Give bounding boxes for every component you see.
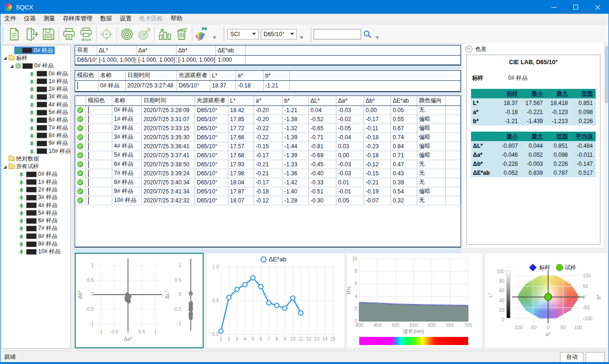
column-header[interactable]: ΔL* — [308, 96, 336, 105]
target-arrow-button[interactable] — [136, 26, 153, 43]
column-header[interactable]: Δb* — [176, 46, 216, 55]
sample-row[interactable]: 4# 样品2020/7/25 3:36:41D65/10°17.57-0.15-… — [75, 142, 461, 151]
menu-item-测量[interactable]: 测量 — [39, 14, 59, 24]
tree-item[interactable]: 0# 样品 — [2, 62, 70, 70]
tree-expander-icon[interactable] — [10, 64, 14, 68]
export-button[interactable] — [23, 26, 40, 43]
tree-item[interactable]: 4# 样品 — [2, 101, 70, 108]
tree-item[interactable]: 4# 样品 — [2, 201, 70, 209]
extra-status-button[interactable] — [586, 352, 605, 363]
tree-item[interactable]: 3# 样品 — [2, 194, 70, 201]
sample-row[interactable]: 0# 样品2020/7/25 3:28:09D65/10°18.42-0.20-… — [75, 105, 461, 115]
calibrate-button[interactable] — [118, 26, 136, 43]
sample-row[interactable]: 10# 样品2020/7/25 3:42:32D65/10°18.07-0.12… — [75, 196, 461, 205]
sample-row[interactable]: 6# 样品2020/7/25 3:38:50D65/10°17.93-0.21-… — [75, 160, 461, 169]
column-header[interactable]: 光源观察者 — [195, 96, 228, 105]
column-header[interactable]: 日期时间 — [141, 96, 195, 105]
column-header[interactable]: 日期时间 — [125, 71, 177, 80]
tree-item[interactable]: 10# 样品 — [2, 147, 70, 155]
column-header[interactable] — [75, 96, 86, 105]
column-header[interactable]: 模拟色 — [75, 71, 98, 80]
new-document-button[interactable] — [6, 26, 23, 43]
toolbar-overflow[interactable] — [300, 36, 303, 39]
panel-scrollbar[interactable] — [604, 43, 609, 248]
column-header[interactable]: Δa* — [336, 96, 363, 105]
toolbar-overflow[interactable] — [375, 36, 379, 39]
sample-row[interactable]: 2# 样品2020/7/25 3:33:15D65/10°17.72-0.22-… — [75, 124, 461, 133]
sample-row[interactable]: 1# 样品2020/7/25 3:31:07D65/10°17.85-0.20-… — [75, 115, 461, 124]
tree-item[interactable]: 所有试样 — [2, 163, 70, 170]
tree-item[interactable]: 9# 样品 — [2, 240, 70, 248]
search-button[interactable] — [361, 28, 373, 40]
search-input[interactable] — [314, 29, 361, 39]
column-header[interactable] — [289, 71, 461, 80]
reflectance-chart-panel[interactable]: 0246810400450500550600650700R%波长(nm) — [346, 253, 483, 348]
column-header[interactable]: 名称 — [112, 96, 141, 105]
scrollbar-thumb[interactable] — [605, 46, 608, 103]
column-header[interactable]: ΔE*ab — [391, 96, 417, 105]
tree-item[interactable]: 10# 样品 — [2, 248, 70, 256]
column-header[interactable]: 光源观察者 — [177, 71, 210, 80]
column-header[interactable]: b* — [282, 96, 308, 105]
print-word-button[interactable]: Word — [78, 26, 95, 43]
lab-colorwheel-panel[interactable]: 标样试样100806040200L*-100-50050100a*100500-… — [484, 253, 609, 348]
tree-item[interactable]: 2# 样品 — [2, 186, 70, 193]
tolerance-row[interactable]: D65/10°[-1.000, 1.000][-1.000, 1.000][-1… — [75, 55, 461, 64]
close-button[interactable] — [587, 0, 609, 14]
menu-item-存样库管理[interactable]: 存样库管理 — [59, 14, 97, 24]
toolbar-grip[interactable] — [2, 27, 4, 42]
menu-item-帮助[interactable]: 帮助 — [167, 14, 187, 24]
collapse-button[interactable] — [465, 46, 472, 53]
column-header[interactable]: 模拟色 — [86, 96, 112, 105]
tree-item[interactable]: 3# 样品 — [2, 93, 70, 101]
tree-item[interactable]: 0# 样品 — [2, 70, 70, 77]
delete-button[interactable] — [173, 26, 190, 43]
menu-item-数据[interactable]: 数据 — [97, 14, 116, 24]
minimize-button[interactable] — [543, 0, 565, 14]
menu-item-仪器[interactable]: 仪器 — [20, 14, 39, 24]
column-header[interactable]: a* — [236, 71, 263, 80]
sample-row[interactable]: 9# 样品2020/7/25 3:41:34D65/10°17.87-0.18-… — [75, 187, 461, 196]
sample-row[interactable]: 5# 样品2020/7/25 3:37:41D65/10°17.68-0.17-… — [75, 151, 461, 160]
delta-e-chart-panel[interactable]: ΔE*ab0.00.51.0123456789101112131415 — [206, 253, 345, 348]
chart-button[interactable] — [156, 26, 173, 43]
tree-item[interactable]: 绝对数据 — [2, 155, 70, 163]
illuminant-select[interactable]: D65/10° — [261, 29, 297, 39]
standard-row[interactable]: 0# 样品2020/7/25 3:27:48D65/10°18.37-0.18-… — [75, 80, 461, 91]
crosshair-button[interactable] — [98, 26, 115, 43]
tree-item[interactable]: 8# 样品 — [2, 132, 70, 139]
column-header[interactable]: 名称 — [98, 71, 125, 80]
column-header[interactable]: b* — [263, 71, 289, 80]
tree-item[interactable]: 2# 样品 — [2, 85, 70, 93]
tree-item[interactable]: 9# 样品 — [2, 140, 70, 147]
column-header[interactable]: a* — [254, 96, 282, 105]
sample-row[interactable]: 7# 样品2020/7/25 3:39:24D65/10°17.98-0.21-… — [75, 169, 461, 178]
column-header[interactable]: ΔE*ab — [216, 46, 245, 55]
maximize-button[interactable] — [565, 0, 587, 14]
tree-item[interactable]: 0# 样品 — [2, 171, 70, 178]
tree-item[interactable]: 5# 样品 — [2, 209, 70, 217]
tree-item[interactable]: 1# 样品 — [2, 77, 70, 85]
measure-mode-select[interactable]: SCI — [227, 29, 259, 39]
tree-item[interactable]: 标样 — [2, 54, 70, 62]
column-header[interactable]: 颜色偏向 — [417, 96, 445, 105]
tree-item[interactable]: 7# 样品 — [2, 124, 70, 132]
column-header[interactable] — [245, 46, 461, 55]
tree-item[interactable]: 5# 样品 — [2, 108, 70, 116]
column-header[interactable] — [445, 96, 461, 105]
scatter-chart-panel[interactable]: -1-1-0.5-0.5000.50.511Δb*Δa*-1-0.500.51Δ… — [75, 253, 204, 348]
menu-item-设置[interactable]: 设置 — [116, 14, 136, 24]
tree-item[interactable]: 0# 样品 — [2, 47, 70, 54]
column-header[interactable]: L* — [228, 96, 254, 105]
print-button[interactable] — [60, 26, 78, 43]
sample-row[interactable]: 3# 样品2020/7/25 3:35:30D65/10°17.66-0.22-… — [75, 133, 461, 142]
tree-item[interactable]: 6# 样品 — [2, 116, 70, 124]
toolbar-grip[interactable] — [223, 27, 225, 42]
tree-item[interactable]: 6# 样品 — [2, 217, 70, 225]
tree-item[interactable]: 1# 样品 — [2, 178, 70, 186]
tree-expander-icon[interactable] — [3, 56, 8, 60]
tree-item[interactable]: 8# 样品 — [2, 232, 70, 240]
menu-item-色卡匹检[interactable]: 色卡匹检 — [136, 14, 167, 24]
save-button[interactable] — [40, 26, 57, 43]
auto-button[interactable]: 自动 — [560, 352, 584, 363]
